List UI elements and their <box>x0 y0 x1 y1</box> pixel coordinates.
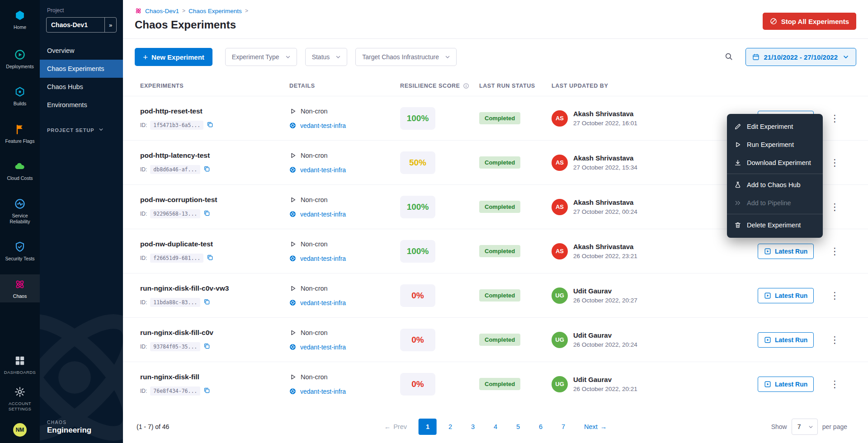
download-icon <box>734 159 741 166</box>
project-label: Project <box>40 7 123 14</box>
nav-chaos[interactable]: Chaos <box>0 274 40 303</box>
date-range-picker[interactable]: 21/10/2022 - 27/10/2022 <box>745 48 856 66</box>
nav-feature-flags[interactable]: Feature Flags <box>0 119 40 148</box>
copy-id-button[interactable] <box>203 165 210 174</box>
avatar: UG <box>552 287 568 304</box>
copy-id-button[interactable] <box>203 210 210 218</box>
user-avatar[interactable]: NM <box>13 423 27 437</box>
page-button-6[interactable]: 6 <box>532 419 550 435</box>
page-button-5[interactable]: 5 <box>509 419 527 435</box>
breadcrumb-link-project[interactable]: Chaos-Dev1 <box>145 8 179 14</box>
nav-label: Home <box>14 24 26 30</box>
user-meta: Akash Shrivastava 27 October 2022, 00:24 <box>573 198 637 215</box>
column-header-resilience-score: RESILIENCE SCORE <box>400 83 479 89</box>
schedule-line: Non-cron <box>289 196 400 203</box>
infrastructure-link[interactable]: vedant-test-infra <box>300 255 346 262</box>
page-button-2[interactable]: 2 <box>441 419 459 435</box>
nav-label: Builds <box>14 101 27 107</box>
resilience-score: 0% <box>400 373 435 396</box>
nav-builds[interactable]: Builds <box>0 82 40 110</box>
menu-item-run-experiment[interactable]: Run Experiment <box>727 136 823 154</box>
experiment-cell: pod-nw-duplicate-test ID: f26651d9-681..… <box>140 240 289 263</box>
row-actions-button[interactable]: ⋮ <box>826 112 844 125</box>
menu-divider <box>727 174 823 174</box>
project-setup-toggle[interactable]: PROJECT SETUP <box>40 127 123 133</box>
copy-id-button[interactable] <box>207 121 213 129</box>
row-actions-button[interactable]: ⋮ <box>826 333 844 346</box>
menu-item-edit-experiment[interactable]: Edit Experiment <box>727 118 823 136</box>
breadcrumb-link-page[interactable]: Chaos Experiments <box>189 8 242 14</box>
nav-service-reliability[interactable]: Service Reliability <box>0 194 40 228</box>
copy-id-button[interactable] <box>203 298 210 306</box>
prev-page-button[interactable]: ← Prev <box>382 423 410 431</box>
sidebar-item-chaos-hubs[interactable]: Chaos Hubs <box>40 78 123 96</box>
project-selector[interactable]: Chaos-Dev1 » <box>46 17 117 33</box>
infrastructure-link[interactable]: vedant-test-infra <box>300 166 346 174</box>
copy-id-button[interactable] <box>203 387 210 395</box>
nav-security-tests[interactable]: Security Tests <box>0 237 40 265</box>
row-actions-button[interactable]: ⋮ <box>826 200 844 213</box>
chevrons-right-icon[interactable]: » <box>104 18 116 32</box>
nav-account-settings[interactable]: ACCOUNT SETTINGS <box>0 382 40 415</box>
experiment-id-line: ID: 76e8f434-76... <box>140 386 289 396</box>
per-page-select[interactable]: 7 <box>792 419 818 435</box>
sidebar-item-environments[interactable]: Environments <box>40 96 123 114</box>
sidebar-item-overview[interactable]: Overview <box>40 42 123 60</box>
menu-item-delete-experiment[interactable]: Delete Experiment <box>727 216 823 234</box>
chaos-hub-icon <box>734 181 741 189</box>
builds-icon <box>14 85 26 98</box>
filter-status[interactable]: Status <box>305 48 348 66</box>
row-menu-cell: ⋮ <box>826 289 851 302</box>
menu-item-add-to-pipeline: Add to Pipeline <box>727 194 823 212</box>
nav-home[interactable]: Home <box>0 5 40 34</box>
infrastructure-link[interactable]: vedant-test-infra <box>300 299 346 306</box>
copy-id-button[interactable] <box>207 254 213 262</box>
experiment-name: pod-nw-corruption-test <box>140 196 289 204</box>
main-content: Chaos-Dev1 > Chaos Experiments > Chaos E… <box>123 0 868 443</box>
menu-item-add-to-chaos-hub[interactable]: Add to Chaos Hub <box>727 176 823 194</box>
filter-experiment-type[interactable]: Experiment Type <box>225 48 297 66</box>
stop-all-experiments-button[interactable]: Stop All Experiments <box>763 13 856 30</box>
row-actions-button[interactable]: ⋮ <box>826 156 844 169</box>
avatar: UG <box>552 376 568 392</box>
latest-run-button[interactable]: Latest Run <box>758 377 814 392</box>
experiment-name: pod-http-reset-test <box>140 107 289 115</box>
menu-item-download-experiment[interactable]: Download Experiment <box>727 154 823 172</box>
copy-id-button[interactable] <box>203 343 210 351</box>
page-button-1[interactable]: 1 <box>419 419 437 435</box>
infrastructure-link[interactable]: vedant-test-infra <box>300 388 346 395</box>
nav-dashboards[interactable]: DASHBOARDS <box>0 351 40 378</box>
nav-deployments[interactable]: Deployments <box>0 45 40 73</box>
details-cell: Non-cron vedant-test-infra <box>289 108 400 129</box>
breadcrumb-separator: > <box>245 8 248 14</box>
column-header-last-updated-by: LAST UPDATED BY <box>552 83 758 89</box>
row-actions-button[interactable]: ⋮ <box>826 377 844 391</box>
per-page-label: per page <box>822 423 847 430</box>
new-experiment-button[interactable]: + New Experiment <box>135 48 212 66</box>
search-button[interactable] <box>720 48 737 66</box>
latest-run-button[interactable]: Latest Run <box>758 288 814 303</box>
page-button-3[interactable]: 3 <box>464 419 482 435</box>
nav-cloud-costs[interactable]: Cloud Costs <box>0 156 40 185</box>
row-actions-button[interactable]: ⋮ <box>826 245 844 258</box>
details-cell: Non-cron vedant-test-infra <box>289 240 400 262</box>
sidebar-item-chaos-experiments[interactable]: Chaos Experiments <box>40 60 123 78</box>
status-badge: Completed <box>479 378 520 390</box>
status-cell: Completed <box>479 334 552 346</box>
run-history-icon <box>764 381 771 388</box>
page-button-7[interactable]: 7 <box>554 419 572 435</box>
latest-run-button[interactable]: Latest Run <box>758 244 814 259</box>
pagination-summary: (1 - 7) of 46 <box>137 423 169 430</box>
infrastructure-link[interactable]: vedant-test-infra <box>300 211 346 218</box>
next-page-button[interactable]: Next → <box>581 423 609 431</box>
latest-run-button[interactable]: Latest Run <box>758 332 814 348</box>
infrastructure-link[interactable]: vedant-test-infra <box>300 344 346 351</box>
search-icon <box>725 52 733 62</box>
filter-target-chaos-infrastructure[interactable]: Target Chaos Infrastructure <box>355 48 457 66</box>
id-label: ID: <box>140 299 147 306</box>
row-actions-button[interactable]: ⋮ <box>826 289 844 302</box>
infrastructure-link[interactable]: vedant-test-infra <box>300 122 346 129</box>
copy-icon <box>203 387 210 395</box>
page-button-4[interactable]: 4 <box>486 419 505 435</box>
row-actions-menu: Edit Experiment Run Experiment Download … <box>727 114 823 238</box>
